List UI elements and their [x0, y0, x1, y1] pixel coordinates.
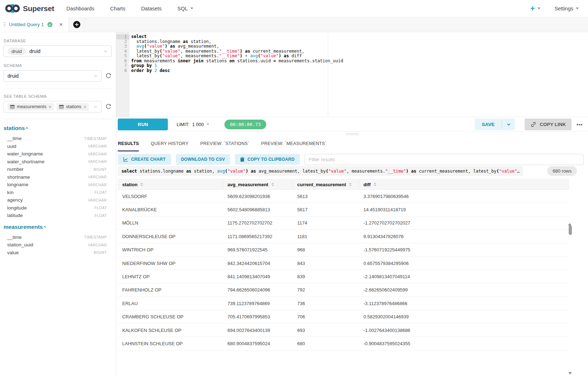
close-tab-icon[interactable]: ×: [59, 21, 63, 28]
tab-results[interactable]: RESULTS: [118, 141, 139, 151]
database-value: druid: [29, 48, 40, 54]
line-number: 7: [116, 63, 127, 68]
cell-current_measurement: 5613: [293, 190, 359, 203]
scrollbar-thumb[interactable]: [569, 226, 572, 235]
sql-token: as: [251, 169, 256, 174]
schema-column-row: water_longnameVARCHAR: [4, 150, 112, 158]
save-split-button: SAVE: [475, 119, 515, 130]
column-type: FLOAT: [94, 190, 107, 194]
superset-brand[interactable]: Superset: [5, 4, 54, 13]
cell-diff: 0.6575579384295906: [359, 257, 569, 270]
copy-link-button[interactable]: COPY LINK: [525, 119, 572, 130]
settings-menu[interactable]: Settings: [555, 6, 579, 11]
run-button[interactable]: RUN: [118, 119, 168, 130]
new-query-tab-button[interactable]: [69, 17, 85, 32]
column-header-current_measurement[interactable]: current_measurement: [293, 179, 359, 189]
chart-icon: [123, 157, 128, 162]
tab-preview-stations[interactable]: PREVIEW: `STATIONS`: [200, 141, 249, 150]
cell-station: KANALBRÜCKE: [118, 203, 223, 216]
table-tag-measurements[interactable]: measurements×: [8, 103, 54, 111]
create-chart-button[interactable]: CREATE CHART: [118, 154, 171, 165]
code-line: group by 1: [131, 63, 588, 68]
database-select[interactable]: druid druid: [4, 45, 112, 57]
sql-token: measurements: [141, 58, 178, 63]
sql-token: stations.longname: [131, 39, 183, 44]
sql-token: measurements.station_uuid: [276, 58, 343, 63]
cell-avg_measurement: 5609.623098201936: [223, 190, 293, 203]
filter-results-input[interactable]: [305, 154, 584, 165]
sql-token: current_measurement,: [250, 49, 305, 54]
download-csv-button[interactable]: DOWNLOAD TO CSV: [176, 154, 230, 165]
nav-item-datasets[interactable]: Datasets: [141, 6, 161, 11]
more-actions-button[interactable]: •••: [577, 122, 583, 127]
save-options-button[interactable]: [502, 119, 515, 130]
column-name: __time: [7, 136, 22, 141]
sql-editor[interactable]: 12345678 select stations.longname as sta…: [116, 32, 588, 117]
pane-resize-handle[interactable]: [116, 131, 588, 136]
cell-current_measurement: 693: [293, 324, 359, 337]
schema-column-row: station_uuidVARCHAR: [4, 241, 112, 249]
nav-item-label: Datasets: [141, 6, 161, 11]
sql-token: stations: [204, 58, 229, 63]
chevron-down-icon: [506, 122, 511, 127]
remove-table-icon[interactable]: ×: [83, 104, 86, 110]
column-name: longitude: [7, 205, 27, 211]
tab-query-history[interactable]: QUERY HISTORY: [151, 141, 188, 150]
copy-clipboard-label: COPY TO CLIPBOARD: [247, 157, 295, 162]
sql-token: [281, 53, 284, 58]
line-number: 1: [116, 34, 130, 39]
cell-diff: -1.5760719225449975: [359, 244, 569, 256]
cell-avg_measurement: 5602.548096885813: [223, 203, 293, 216]
code-line: select: [131, 34, 588, 39]
column-header-avg_measurement[interactable]: avg_measurement: [223, 179, 293, 189]
sql-token: [152, 63, 154, 68]
database-backend-tag: druid: [8, 48, 26, 55]
cell-diff: 9.91304347826076: [359, 230, 569, 243]
schema-section-stations[interactable]: stations: [4, 125, 112, 131]
copy-clipboard-button[interactable]: COPY TO CLIPBOARD: [235, 154, 300, 165]
refresh-schema-icon[interactable]: [105, 73, 112, 79]
schema-columns-measurements: __timeTIMESTAMPstation_uuidVARCHARvalueB…: [4, 233, 112, 257]
nav-item-sql[interactable]: SQL: [178, 6, 193, 11]
editor-code[interactable]: select stations.longname as station, avg…: [130, 32, 588, 117]
column-header-diff[interactable]: diff: [359, 179, 569, 189]
save-button[interactable]: SAVE: [475, 119, 502, 130]
sql-token: (: [225, 169, 228, 174]
remove-table-icon[interactable]: ×: [49, 104, 52, 110]
column-name: water_longname: [7, 151, 43, 156]
sql-token: from: [131, 58, 141, 63]
nav-item-charts[interactable]: Charts: [110, 6, 126, 11]
cell-station: VELSDORF: [118, 190, 223, 203]
scroll-down-icon[interactable]: [568, 372, 572, 375]
table-row: FAHRENHOLZ OP794.6626506024096792-2.6626…: [118, 284, 569, 297]
table-row: WINTRICH OP969.576071922545968-1.5760719…: [118, 244, 569, 257]
sql-token: "value": [261, 53, 279, 58]
limit-dropdown[interactable]: LIMIT: 1 000: [176, 122, 209, 127]
query-preview-row: select stations.longname as station, avg…: [116, 166, 588, 178]
sql-token: 2: [155, 68, 157, 73]
schema-column-row: numberBIGINT: [4, 165, 112, 173]
refresh-tables-icon[interactable]: [105, 103, 112, 110]
table-tag-stations[interactable]: stations×: [57, 103, 89, 111]
chevron-down-icon: [93, 74, 98, 78]
table-schema-select[interactable]: measurements×stations×: [4, 101, 102, 112]
results-table-header: stationavg_measurementcurrent_measuremen…: [118, 179, 569, 190]
tab-preview-measurements[interactable]: PREVIEW: `MEASUREMENTS`: [261, 141, 327, 150]
run-toolbar: RUN LIMIT: 1 000 00:00:00.73 SAVE: [116, 117, 588, 131]
sql-token: diff: [289, 53, 302, 58]
schema-section-measurements[interactable]: measurements: [4, 224, 112, 230]
column-header-station[interactable]: station: [118, 179, 223, 189]
nav-item-label: SQL: [178, 6, 188, 11]
cell-avg_measurement: 1175.2702702702702: [223, 217, 293, 230]
schema-select[interactable]: druid: [4, 70, 102, 82]
cell-avg_measurement: 841.1409813407049: [223, 270, 293, 283]
nav-item-dashboards[interactable]: Dashboards: [66, 6, 94, 11]
query-tab-untitled[interactable]: Untitled Query 1 ×: [0, 17, 69, 32]
new-item-menu[interactable]: +: [530, 5, 540, 13]
drag-handle-icon[interactable]: [4, 22, 6, 27]
line-number: 6: [116, 59, 127, 64]
results-scrollbar[interactable]: [568, 217, 572, 375]
cell-diff: 3.3769017980639546: [359, 190, 569, 203]
scroll-up-icon[interactable]: [568, 217, 572, 226]
sql-token: [152, 68, 154, 73]
